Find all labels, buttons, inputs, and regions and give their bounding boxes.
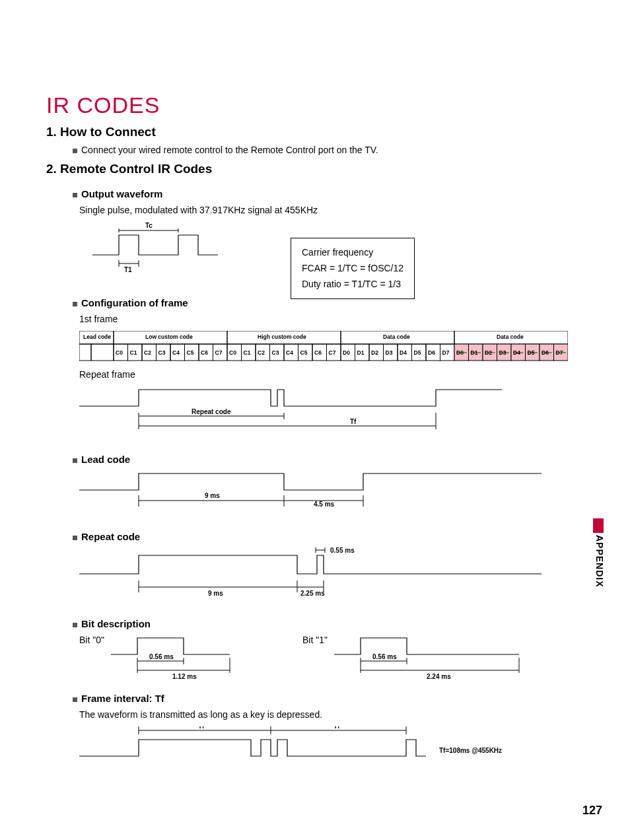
repeat-frame-diagram: Repeat code Tf	[79, 386, 542, 439]
bit-0-diagram: 0.56 ms 1.12 ms	[111, 635, 276, 681]
svg-text:D6: D6	[428, 349, 435, 356]
carrier-frequency-box: Carrier frequency FCAR = 1/TC = fOSC/12 …	[291, 238, 415, 299]
bit-1-label: Bit "1"	[302, 635, 328, 645]
repeat-code-diagram: 0.55 ms 9 ms 2.25 ms	[79, 547, 542, 604]
first-frame-diagram: Lead code Low custom code High custom co…	[79, 331, 568, 364]
svg-text:D6: D6	[542, 349, 549, 356]
page-title: IR CODES	[46, 92, 584, 118]
first-frame-label: 1st frame	[79, 314, 584, 324]
section-1-text: Connect your wired remote control to the…	[73, 145, 584, 155]
svg-text:Lead code: Lead code	[83, 333, 111, 340]
frame-interval-diagram: Tf Tf Tf=108ms @455KHz	[79, 726, 568, 766]
svg-text:C6: C6	[201, 349, 208, 356]
svg-text:C0: C0	[229, 349, 236, 356]
svg-text:C4: C4	[172, 349, 180, 356]
svg-text:C2: C2	[258, 349, 265, 356]
svg-text:T1: T1	[124, 266, 132, 273]
svg-text:D4: D4	[400, 349, 407, 356]
svg-text:C1: C1	[244, 349, 251, 356]
svg-text:C7: C7	[329, 349, 336, 356]
svg-text:D1: D1	[471, 349, 478, 356]
lead-code-heading: Lead code	[73, 454, 584, 465]
svg-text:Tf: Tf	[198, 726, 205, 730]
svg-text:9 ms: 9 ms	[208, 590, 223, 597]
svg-text:D0: D0	[456, 349, 464, 356]
svg-text:D3: D3	[386, 349, 393, 356]
svg-text:High custom code: High custom code	[258, 333, 306, 340]
svg-text:0.55 ms: 0.55 ms	[330, 547, 355, 554]
svg-text:Data code: Data code	[497, 333, 524, 340]
svg-text:Tf=108ms @455KHz: Tf=108ms @455KHz	[439, 747, 502, 754]
svg-text:C2: C2	[144, 349, 151, 356]
bit-0-label: Bit "0"	[79, 635, 104, 645]
svg-text:Tc: Tc	[145, 222, 153, 229]
page-number: 127	[582, 804, 602, 818]
svg-text:4.5 ms: 4.5 ms	[314, 501, 335, 508]
svg-text:Repeat  code: Repeat code	[192, 408, 231, 415]
svg-text:2.24 ms: 2.24 ms	[427, 673, 451, 680]
svg-text:D1: D1	[357, 349, 365, 356]
repeat-frame-label: Repeat frame	[79, 369, 584, 380]
svg-rect-10	[79, 344, 91, 361]
svg-text:D2: D2	[485, 349, 492, 356]
svg-text:9 ms: 9 ms	[205, 492, 220, 499]
appendix-tab	[593, 518, 604, 533]
bit-1-diagram: 0.56 ms 2.24 ms	[334, 635, 532, 681]
svg-text:C3: C3	[158, 349, 166, 356]
output-waveform-text: Single pulse, modulated with 37.917KHz s…	[79, 205, 584, 215]
lead-code-diagram: 9 ms 4.5 ms	[79, 470, 542, 516]
output-waveform-heading: Output waveform	[73, 188, 584, 199]
svg-text:C3: C3	[272, 349, 279, 356]
section-1-heading: 1. How to Connect	[46, 125, 584, 139]
svg-text:D4: D4	[513, 349, 520, 356]
svg-text:2.25 ms: 2.25 ms	[300, 590, 325, 597]
svg-text:Data code: Data code	[383, 333, 410, 340]
section-2-heading: 2. Remote Control IR Codes	[46, 162, 584, 176]
svg-text:D7: D7	[442, 349, 450, 356]
svg-text:D7: D7	[556, 349, 563, 356]
svg-text:C0: C0	[116, 349, 123, 356]
svg-text:D5: D5	[528, 349, 535, 356]
svg-text:0.56 ms: 0.56 ms	[149, 653, 174, 660]
svg-text:D0: D0	[343, 349, 350, 356]
svg-text:Tf: Tf	[350, 418, 357, 425]
bit-description-heading: Bit description	[73, 618, 584, 629]
svg-text:C7: C7	[215, 349, 223, 356]
repeat-code-heading: Repeat code	[73, 531, 584, 542]
svg-text:1.12 ms: 1.12 ms	[172, 673, 197, 680]
svg-text:Low custom code: Low custom code	[145, 333, 193, 340]
svg-text:C6: C6	[314, 349, 322, 356]
frame-interval-text: The waveform is transmitted as long as a…	[79, 709, 584, 720]
svg-text:C4: C4	[286, 349, 293, 356]
svg-text:D5: D5	[414, 349, 421, 356]
svg-text:D2: D2	[371, 349, 378, 356]
svg-text:C1: C1	[130, 349, 137, 356]
svg-text:C5: C5	[300, 349, 308, 356]
svg-text:C5: C5	[187, 349, 194, 356]
svg-rect-11	[91, 344, 114, 361]
svg-text:0.56 ms: 0.56 ms	[372, 653, 397, 660]
appendix-label: APPENDIX	[594, 535, 605, 588]
svg-text:Tf: Tf	[333, 726, 340, 730]
frame-interval-heading: Frame interval: Tf	[73, 693, 584, 704]
svg-text:D3: D3	[499, 349, 507, 356]
output-waveform-diagram: Tc T1	[79, 222, 225, 275]
